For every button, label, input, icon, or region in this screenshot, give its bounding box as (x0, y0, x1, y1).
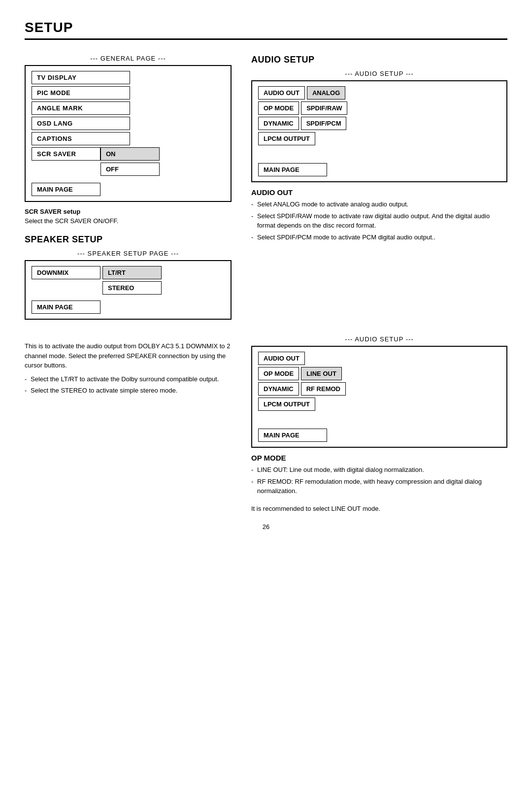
audio-setup-label: --- AUDIO SETUP --- (251, 70, 507, 77)
audio-bullet-1: Select SPDIF/RAW mode to activate raw di… (251, 211, 507, 231)
bottom-right: --- AUDIO SETUP --- AUDIO OUT OP MODE LI… (251, 335, 507, 513)
page-title: SETUP (25, 20, 507, 40)
op-bullet-0: LINE OUT: Line out mode, with digital di… (251, 465, 507, 475)
speaker-setup-title: SPEAKER SETUP (25, 234, 232, 245)
speaker-main-page[interactable]: MAIN PAGE (32, 300, 100, 314)
stereo-item[interactable]: STEREO (102, 281, 162, 295)
op-mode-title: OP MODE (251, 454, 507, 462)
audio-bullet-0: Selet ANALOG mode to activate analog aud… (251, 199, 507, 209)
general-main-page[interactable]: MAIN PAGE (32, 183, 100, 196)
general-page-label: --- GENERAL PAGE --- (25, 55, 232, 62)
page-number: 26 (25, 523, 507, 531)
menu-item-tv-display[interactable]: TV DISPLAY (32, 71, 130, 84)
speaker-bullets: Select the LT/RT to activate the Dolby s… (25, 374, 232, 396)
second-op-mode[interactable]: OP MODE (258, 367, 299, 380)
downmix-row: DOWNMIX LT/RT STEREO (32, 266, 225, 297)
scr-saver-desc: Select the SCR SAVER ON/OFF. (25, 217, 232, 225)
second-dynamic[interactable]: DYNAMIC (258, 382, 299, 396)
audio-setup-title: AUDIO SETUP (251, 55, 507, 65)
audio-out-title: AUDIO OUT (251, 188, 507, 197)
scr-on-item[interactable]: ON (100, 147, 160, 161)
audio-setup-box: AUDIO OUT ANALOG OP MODE SPDIF/RAW DYNAM… (251, 80, 507, 182)
menu-item-scr-saver[interactable]: SCR SAVER (32, 147, 100, 161)
op-bullet-1: RF REMOD: RF remodulation mode, with hea… (251, 477, 507, 496)
audio-main-page[interactable]: MAIN PAGE (258, 163, 327, 176)
scr-saver-options: ON OFF (100, 147, 160, 178)
speaker-setup-label: --- SPEAKER SETUP PAGE --- (25, 250, 232, 257)
op-mode-bullets: LINE OUT: Line out mode, with digital di… (251, 465, 507, 496)
scr-off-item[interactable]: OFF (100, 163, 160, 176)
right-column: AUDIO SETUP --- AUDIO SETUP --- AUDIO OU… (251, 55, 507, 250)
bottom-left: This is to activate the audio output fro… (25, 335, 232, 513)
scr-saver-row: SCR SAVER ON OFF (32, 147, 225, 178)
speaker-page-box: DOWNMIX LT/RT STEREO MAIN PAGE (25, 260, 232, 320)
speaker-bullet-1: Select the STEREO to activate simple ste… (25, 386, 232, 396)
spdif-raw-item[interactable]: SPDIF/RAW (301, 101, 347, 115)
dynamic-item[interactable]: DYNAMIC (258, 117, 299, 130)
general-page-box: TV DISPLAY PIC MODE ANGLE MARK OSD LANG … (25, 65, 232, 202)
downmix-item[interactable]: DOWNMIX (32, 266, 100, 279)
second-main-page[interactable]: MAIN PAGE (258, 429, 327, 442)
speaker-bullet-0: Select the LT/RT to activate the Dolby s… (25, 374, 232, 384)
ltrt-item[interactable]: LT/RT (102, 266, 162, 279)
audio-bullet-2: Select SPDIF/PCM mode to activate PCM di… (251, 232, 507, 242)
spdif-pcm-item[interactable]: SPDIF/PCM (301, 117, 347, 130)
second-audio-label: --- AUDIO SETUP --- (251, 335, 507, 343)
menu-item-angle-mark[interactable]: ANGLE MARK (32, 101, 130, 115)
op-mode-note: It is recommended to select LINE OUT mod… (251, 504, 507, 514)
op-mode-item[interactable]: OP MODE (258, 101, 299, 115)
scr-saver-setup-label: SCR SAVER setup (25, 208, 232, 215)
second-lpcm[interactable]: LPCM OUTPUT (258, 398, 315, 411)
speaker-desc: This is to activate the audio output fro… (25, 341, 232, 370)
speaker-setup-section: SPEAKER SETUP --- SPEAKER SETUP PAGE ---… (25, 234, 232, 320)
ltrt-group: LT/RT STEREO (102, 266, 162, 297)
menu-item-captions[interactable]: CAPTIONS (32, 132, 130, 145)
analog-item[interactable]: ANALOG (307, 86, 345, 100)
left-column: --- GENERAL PAGE --- TV DISPLAY PIC MODE… (25, 55, 232, 326)
bottom-section: This is to activate the audio output fro… (25, 335, 507, 513)
menu-item-osd-lang[interactable]: OSD LANG (32, 117, 130, 130)
menu-item-pic-mode[interactable]: PIC MODE (32, 86, 130, 100)
rf-remod-item[interactable]: RF REMOD (301, 382, 346, 396)
audio-out-item[interactable]: AUDIO OUT (258, 86, 305, 100)
audio-out-bullets: Selet ANALOG mode to activate analog aud… (251, 199, 507, 242)
second-audio-out[interactable]: AUDIO OUT (258, 352, 305, 365)
lpcm-output-item[interactable]: LPCM OUTPUT (258, 132, 315, 145)
second-audio-box: AUDIO OUT OP MODE LINE OUT DYNAMIC RF RE… (251, 346, 507, 448)
line-out-item[interactable]: LINE OUT (301, 367, 342, 380)
